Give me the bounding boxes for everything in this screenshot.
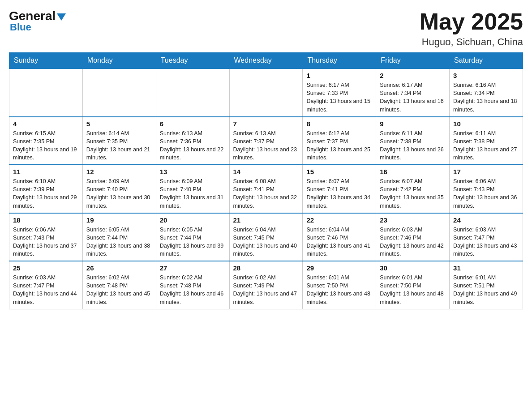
calendar-day-cell: 26Sunrise: 6:02 AMSunset: 7:48 PMDayligh… (82, 261, 156, 309)
month-year-title: May 2025 (420, 9, 523, 34)
calendar-week-row: 4Sunrise: 6:15 AMSunset: 7:35 PMDaylight… (9, 117, 523, 165)
day-of-week-header: Friday (376, 53, 450, 69)
day-info: Sunrise: 6:17 AMSunset: 7:33 PMDaylight:… (306, 81, 372, 114)
day-info: Sunrise: 6:02 AMSunset: 7:49 PMDaylight:… (233, 274, 299, 306)
title-block: May 2025 Huguo, Sichuan, China (420, 9, 523, 48)
day-number: 21 (233, 216, 299, 224)
day-number: 16 (380, 168, 446, 176)
calendar-day-cell: 5Sunrise: 6:14 AMSunset: 7:35 PMDaylight… (82, 117, 156, 165)
day-info: Sunrise: 6:04 AMSunset: 7:46 PMDaylight:… (306, 226, 372, 258)
day-info: Sunrise: 6:05 AMSunset: 7:44 PMDaylight:… (86, 226, 152, 258)
day-info: Sunrise: 6:06 AMSunset: 7:43 PMDaylight:… (13, 226, 79, 258)
day-info: Sunrise: 6:12 AMSunset: 7:37 PMDaylight:… (306, 129, 372, 162)
calendar-day-cell: 23Sunrise: 6:03 AMSunset: 7:46 PMDayligh… (376, 213, 450, 261)
day-info: Sunrise: 6:08 AMSunset: 7:41 PMDaylight:… (233, 177, 299, 210)
calendar-day-cell: 10Sunrise: 6:11 AMSunset: 7:38 PMDayligh… (450, 117, 523, 165)
day-of-week-header: Monday (82, 53, 156, 69)
day-info: Sunrise: 6:03 AMSunset: 7:46 PMDaylight:… (380, 226, 446, 258)
day-number: 24 (453, 216, 519, 224)
day-info: Sunrise: 6:01 AMSunset: 7:50 PMDaylight:… (306, 274, 372, 306)
day-number: 4 (13, 120, 79, 128)
day-of-week-header: Tuesday (156, 53, 229, 69)
day-number: 19 (86, 216, 152, 224)
calendar-week-row: 25Sunrise: 6:03 AMSunset: 7:47 PMDayligh… (9, 261, 523, 309)
calendar-week-row: 11Sunrise: 6:10 AMSunset: 7:39 PMDayligh… (9, 165, 523, 213)
day-info: Sunrise: 6:14 AMSunset: 7:35 PMDaylight:… (86, 129, 152, 162)
calendar-day-cell: 7Sunrise: 6:13 AMSunset: 7:37 PMDaylight… (229, 117, 303, 165)
day-number: 9 (380, 120, 446, 128)
calendar-day-cell (9, 68, 83, 117)
calendar-day-cell: 12Sunrise: 6:09 AMSunset: 7:40 PMDayligh… (82, 165, 156, 213)
calendar-day-cell: 17Sunrise: 6:06 AMSunset: 7:43 PMDayligh… (450, 165, 523, 213)
day-info: Sunrise: 6:09 AMSunset: 7:40 PMDaylight:… (160, 177, 226, 210)
logo-arrow-icon (57, 13, 66, 21)
day-info: Sunrise: 6:02 AMSunset: 7:48 PMDaylight:… (160, 274, 226, 306)
calendar-day-cell: 20Sunrise: 6:05 AMSunset: 7:44 PMDayligh… (156, 213, 229, 261)
day-of-week-header: Thursday (303, 53, 376, 69)
day-info: Sunrise: 6:09 AMSunset: 7:40 PMDaylight:… (86, 177, 152, 210)
calendar-day-cell (156, 68, 229, 117)
day-of-week-header: Saturday (450, 53, 523, 69)
day-info: Sunrise: 6:07 AMSunset: 7:41 PMDaylight:… (306, 177, 372, 210)
day-number: 6 (160, 120, 226, 128)
day-number: 28 (233, 264, 299, 272)
calendar-day-cell: 22Sunrise: 6:04 AMSunset: 7:46 PMDayligh… (303, 213, 376, 261)
day-number: 11 (13, 168, 79, 176)
day-number: 10 (453, 120, 519, 128)
day-info: Sunrise: 6:16 AMSunset: 7:34 PMDaylight:… (453, 81, 519, 114)
day-info: Sunrise: 6:17 AMSunset: 7:34 PMDaylight:… (380, 81, 446, 114)
day-info: Sunrise: 6:13 AMSunset: 7:36 PMDaylight:… (160, 129, 226, 162)
logo: General Blue (9, 9, 66, 33)
calendar-day-cell: 6Sunrise: 6:13 AMSunset: 7:36 PMDaylight… (156, 117, 229, 165)
day-of-week-header: Sunday (9, 53, 83, 69)
day-number: 20 (160, 216, 226, 224)
calendar-day-cell: 2Sunrise: 6:17 AMSunset: 7:34 PMDaylight… (376, 68, 450, 117)
day-number: 3 (453, 72, 519, 79)
calendar-day-cell: 11Sunrise: 6:10 AMSunset: 7:39 PMDayligh… (9, 165, 83, 213)
day-info: Sunrise: 6:04 AMSunset: 7:45 PMDaylight:… (233, 226, 299, 258)
calendar-day-cell: 9Sunrise: 6:11 AMSunset: 7:38 PMDaylight… (376, 117, 450, 165)
calendar-day-cell (82, 68, 156, 117)
calendar-week-row: 1Sunrise: 6:17 AMSunset: 7:33 PMDaylight… (9, 68, 523, 117)
day-info: Sunrise: 6:03 AMSunset: 7:47 PMDaylight:… (453, 226, 519, 258)
calendar-day-cell: 19Sunrise: 6:05 AMSunset: 7:44 PMDayligh… (82, 213, 156, 261)
day-number: 27 (160, 264, 226, 272)
calendar-day-cell: 28Sunrise: 6:02 AMSunset: 7:49 PMDayligh… (229, 261, 303, 309)
day-number: 5 (86, 120, 152, 128)
day-number: 17 (453, 168, 519, 176)
calendar-day-cell: 29Sunrise: 6:01 AMSunset: 7:50 PMDayligh… (303, 261, 376, 309)
calendar-day-cell: 30Sunrise: 6:01 AMSunset: 7:50 PMDayligh… (376, 261, 450, 309)
day-number: 7 (233, 120, 299, 128)
day-number: 23 (380, 216, 446, 224)
calendar-day-cell (229, 68, 303, 117)
day-number: 26 (86, 264, 152, 272)
day-info: Sunrise: 6:03 AMSunset: 7:47 PMDaylight:… (13, 274, 79, 306)
day-info: Sunrise: 6:02 AMSunset: 7:48 PMDaylight:… (86, 274, 152, 306)
day-info: Sunrise: 6:06 AMSunset: 7:43 PMDaylight:… (453, 177, 519, 210)
day-number: 8 (306, 120, 372, 128)
calendar-day-cell: 21Sunrise: 6:04 AMSunset: 7:45 PMDayligh… (229, 213, 303, 261)
calendar-day-cell: 1Sunrise: 6:17 AMSunset: 7:33 PMDaylight… (303, 68, 376, 117)
calendar-table: SundayMondayTuesdayWednesdayThursdayFrid… (9, 52, 523, 309)
day-info: Sunrise: 6:11 AMSunset: 7:38 PMDaylight:… (453, 129, 519, 162)
day-number: 29 (306, 264, 372, 272)
day-number: 12 (86, 168, 152, 176)
location-subtitle: Huguo, Sichuan, China (420, 36, 523, 48)
calendar-day-cell: 15Sunrise: 6:07 AMSunset: 7:41 PMDayligh… (303, 165, 376, 213)
logo-blue: Blue (10, 21, 31, 33)
calendar-day-cell: 27Sunrise: 6:02 AMSunset: 7:48 PMDayligh… (156, 261, 229, 309)
day-number: 1 (306, 72, 372, 79)
calendar-day-cell: 8Sunrise: 6:12 AMSunset: 7:37 PMDaylight… (303, 117, 376, 165)
calendar-day-cell: 25Sunrise: 6:03 AMSunset: 7:47 PMDayligh… (9, 261, 83, 309)
page-header: General Blue May 2025 Huguo, Sichuan, Ch… (9, 9, 523, 48)
calendar-day-cell: 14Sunrise: 6:08 AMSunset: 7:41 PMDayligh… (229, 165, 303, 213)
day-number: 2 (380, 72, 446, 79)
day-number: 22 (306, 216, 372, 224)
day-info: Sunrise: 6:15 AMSunset: 7:35 PMDaylight:… (13, 129, 79, 162)
day-number: 30 (380, 264, 446, 272)
calendar-header-row: SundayMondayTuesdayWednesdayThursdayFrid… (9, 53, 523, 69)
day-number: 18 (13, 216, 79, 224)
day-number: 14 (233, 168, 299, 176)
calendar-day-cell: 31Sunrise: 6:01 AMSunset: 7:51 PMDayligh… (450, 261, 523, 309)
day-info: Sunrise: 6:01 AMSunset: 7:51 PMDaylight:… (453, 274, 519, 306)
